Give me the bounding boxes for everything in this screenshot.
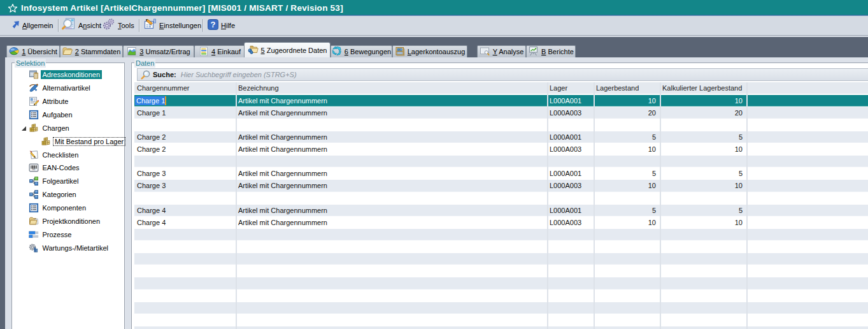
table-cell: L000A003 (547, 217, 594, 229)
column-header[interactable]: Chargennummer (134, 82, 236, 94)
tree-item-chargen[interactable]: Chargen (12, 121, 124, 135)
column-header[interactable]: Kalkulierter Lagerbestand (660, 82, 746, 94)
table-cell (746, 193, 868, 205)
table-cell (134, 229, 236, 241)
table-row-empty[interactable] (134, 314, 868, 326)
tab-label: 6 Bewegungen (345, 48, 391, 55)
table-cell (134, 253, 236, 265)
tree-item-label: Kategorien (41, 190, 78, 199)
toolbar-item-ansicht[interactable]: Ansicht (62, 16, 101, 35)
tree-item-alternativartikel[interactable]: Alternativartikel (12, 82, 124, 95)
toolbar-separator (139, 19, 140, 32)
table-row-empty[interactable] (134, 290, 868, 302)
table-row-empty[interactable] (134, 193, 868, 205)
table-row[interactable]: Charge 4Artikel mit ChargennummernL000A0… (134, 205, 868, 217)
tree-item-aufgaben[interactable]: Aufgaben (12, 108, 124, 122)
tab-1-bersicht[interactable]: 1 Übersicht (6, 45, 60, 57)
table-row[interactable]: Charge 2Artikel mit ChargennummernL000A0… (134, 131, 868, 143)
table-row-empty[interactable] (134, 229, 868, 241)
table-row[interactable]: Charge 2Artikel mit ChargennummernL000A0… (134, 143, 868, 156)
tree-item-attribute[interactable]: 12Attribute (12, 95, 124, 108)
table-cell (594, 326, 660, 329)
tree-item-adresskonditionen[interactable]: Adresskonditionen (12, 68, 124, 82)
table-cell (746, 290, 868, 302)
application-window: { "window": { "title": "Infosystem Artik… (0, 0, 868, 329)
table-cell: Artikel mit Chargennummern (236, 143, 547, 156)
bars-blue-icon (29, 230, 39, 240)
table-row-empty[interactable] (134, 277, 868, 289)
tab-2-stammdaten[interactable]: 2 Stammdaten (60, 45, 123, 57)
tree-item-ean-codes[interactable]: 302EAN-Codes (12, 161, 124, 175)
tab-5-zugeordnete-daten[interactable]: 5 Zugeordnete Daten (244, 42, 331, 57)
table-row[interactable]: Charge 1Artikel mit ChargennummernL000A0… (134, 95, 868, 107)
tab-label: Lagerkontoauszug (408, 48, 466, 55)
table-cell (236, 314, 547, 326)
note-pencil-icon (29, 150, 39, 160)
table-row[interactable]: Charge 4Artikel mit ChargennummernL000A0… (134, 217, 868, 229)
title-bar: Infosystem Artikel [ArtikelChargennummer… (0, 0, 868, 16)
tab-b-berichte[interactable]: B Berichte (526, 45, 576, 57)
search-bar[interactable]: Suche: Hier Suchbegriff eingeben (STRG+S… (137, 68, 868, 81)
table-row[interactable]: Charge 1Artikel mit ChargennummernL000A0… (134, 107, 868, 119)
table-cell: L000A003 (547, 143, 594, 156)
tree-item-kategorien[interactable]: Kategorien (12, 188, 124, 201)
table-cell (236, 156, 547, 168)
table-cell (236, 326, 547, 329)
toolbar-item-einstellungen[interactable]: Einstellungen (144, 16, 201, 35)
table-row[interactable]: Charge 3Artikel mit ChargennummernL000A0… (134, 180, 868, 192)
search-label: Suche: (153, 71, 176, 78)
toolbar-item-hilfe[interactable]: ?Hilfe (208, 16, 235, 35)
gears-icon (103, 18, 115, 33)
table-cell (547, 229, 594, 241)
tab-6-bewegungen[interactable]: 6 Bewegungen (331, 45, 392, 57)
table-row-empty[interactable] (134, 156, 868, 168)
editing-cell-selection: Charge 1 (135, 96, 165, 105)
tree-item-folgeartikel[interactable]: Folgeartikel (12, 175, 124, 188)
sitemap-green-icon (29, 176, 39, 186)
tree-item-wartungs-mietartikel[interactable]: Wartungs-/Mietartikel (12, 241, 124, 254)
tab-label: Y Analyse (493, 48, 524, 55)
tab-y-analyse[interactable]: Y Analyse (477, 45, 526, 57)
tree-item-projektkonditionen[interactable]: Projektkonditionen (12, 214, 124, 228)
table-cell: Artikel mit Chargennummern (236, 131, 547, 143)
tree-expander-icon[interactable] (21, 125, 27, 131)
table-row-empty[interactable] (134, 253, 868, 265)
column-header[interactable]: Bezeichnung (236, 82, 547, 94)
column-header[interactable]: Lagerbestand (594, 82, 660, 94)
folder-page-icon (29, 216, 39, 226)
toolbar-item-allgemein[interactable]: Allgemein (11, 16, 53, 35)
table-cell (134, 265, 236, 277)
table-row-empty[interactable] (134, 265, 868, 277)
table-row-empty[interactable] (134, 119, 868, 131)
column-header[interactable] (746, 82, 868, 94)
table-cell (746, 217, 868, 229)
table-cell (236, 277, 547, 289)
tab-4-einkauf[interactable]: 4 Einkauf (194, 45, 246, 57)
text-caret (165, 96, 166, 105)
card-note-icon (29, 69, 39, 80)
form-pencil-icon (144, 18, 157, 33)
help-icon: ? (208, 19, 218, 33)
table-cell: 5 (660, 131, 746, 143)
table-row-empty[interactable] (134, 302, 868, 314)
table-row[interactable]: Charge 3Artikel mit ChargennummernL000A0… (134, 168, 868, 180)
tab-lagerkontoauszug[interactable]: Lagerkontoauszug (392, 45, 467, 57)
table-row-empty[interactable] (134, 241, 868, 253)
table-cell (547, 119, 594, 131)
tree-item-komponenten[interactable]: Komponenten (12, 201, 124, 215)
table-cell (746, 229, 868, 241)
tree-item-prozesse[interactable]: Prozesse (12, 228, 124, 241)
table-cell (594, 314, 660, 326)
table-cell: 10 (660, 143, 746, 156)
tab-3-umsatz-ertrag[interactable]: 3 Umsatz/Ertrag (123, 45, 194, 57)
table-cell (134, 119, 236, 131)
tree-item-checklisten[interactable]: Checklisten (12, 148, 124, 161)
column-header[interactable]: Lager (547, 82, 594, 94)
favorite-star-icon[interactable] (8, 3, 18, 13)
table-cell: 10 (594, 180, 660, 192)
toolbar-item-tools[interactable]: Tools (103, 16, 134, 35)
barcode-icon: 302 (29, 163, 39, 173)
table-row-empty[interactable] (134, 326, 868, 329)
crates-icon (29, 123, 39, 133)
tree-item-mit-bestand-pro-lager[interactable]: Mit Bestand pro Lager (12, 135, 124, 148)
